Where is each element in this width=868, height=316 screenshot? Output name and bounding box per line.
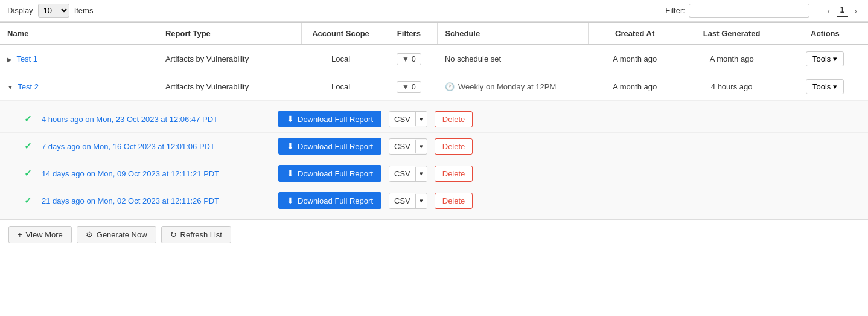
download-label: Download Full Report: [298, 169, 373, 178]
download-icon: ⬇: [287, 169, 294, 178]
delete-button[interactable]: Delete: [435, 193, 473, 209]
list-item: ✓ 21 days ago on Mon, 02 Oct 2023 at 12:…: [0, 187, 868, 214]
col-header-report-type: Report Type: [158, 22, 301, 45]
items-label: Items: [74, 6, 94, 15]
col-header-created-at: Created At: [588, 22, 681, 45]
check-icon: ✓: [24, 168, 32, 179]
generate-now-button[interactable]: ⚙ Generate Now: [77, 226, 156, 243]
expanded-content: ✓ 4 hours ago on Mon, 23 Oct 2023 at 12:…: [0, 101, 868, 219]
created-at-cell: A month ago: [588, 45, 681, 73]
delete-button[interactable]: Delete: [435, 166, 473, 182]
reports-table: Name Report Type Account Scope Filters S…: [0, 22, 868, 219]
format-select[interactable]: CSV ▾: [389, 166, 427, 182]
plus-icon: +: [18, 230, 22, 239]
last-generated-cell: A month ago: [681, 45, 782, 73]
pagination: ‹ 1 ›: [824, 5, 861, 17]
format-dropdown-arrow[interactable]: ▾: [415, 140, 427, 153]
refresh-list-label: Refresh List: [180, 230, 222, 239]
display-label: Display: [7, 6, 33, 15]
expand-toggle[interactable]: ▶: [7, 56, 12, 63]
refresh-list-button[interactable]: ↻ Refresh List: [161, 226, 231, 243]
account-scope-cell: Local: [301, 45, 380, 73]
expand-toggle[interactable]: ▼: [7, 84, 13, 91]
format-dropdown-arrow[interactable]: ▾: [415, 194, 427, 208]
download-full-report-button[interactable]: ⬇ Download Full Report: [278, 192, 381, 209]
format-select[interactable]: CSV ▾: [389, 193, 427, 209]
delete-button[interactable]: Delete: [435, 111, 473, 127]
download-full-report-button[interactable]: ⬇ Download Full Report: [278, 111, 381, 127]
top-bar: Display 10 25 50 100 Items Filter: ‹ 1 ›: [0, 0, 868, 22]
report-name-link[interactable]: Test 1: [16, 54, 37, 63]
tools-button[interactable]: Tools ▾: [806, 79, 844, 94]
pagination-next-button[interactable]: ›: [850, 5, 861, 17]
download-icon: ⬇: [287, 141, 294, 151]
clock-icon: 🕐: [445, 82, 455, 91]
format-label: CSV: [389, 139, 415, 154]
generate-now-label: Generate Now: [97, 230, 147, 239]
format-label: CSV: [389, 166, 415, 181]
filters-cell: ▼ 0: [380, 73, 438, 101]
download-label: Download Full Report: [298, 142, 373, 151]
table-row: ▼ Test 2 Artifacts by Vulnerability Loca…: [0, 73, 868, 101]
delete-button[interactable]: Delete: [435, 138, 473, 155]
table-header-row: Name Report Type Account Scope Filters S…: [0, 22, 868, 45]
account-scope-cell: Local: [301, 73, 380, 101]
download-icon: ⬇: [287, 114, 294, 124]
format-dropdown-arrow[interactable]: ▾: [415, 167, 427, 181]
caret-down-icon: ▾: [833, 82, 837, 91]
list-item: ✓ 7 days ago on Mon, 16 Oct 2023 at 12:0…: [0, 133, 868, 160]
download-full-report-button[interactable]: ⬇ Download Full Report: [278, 138, 381, 155]
col-header-name: Name: [0, 22, 158, 45]
col-header-account-scope: Account Scope: [301, 22, 380, 45]
check-icon: ✓: [24, 114, 32, 124]
pagination-prev-button[interactable]: ‹: [824, 5, 834, 17]
format-select[interactable]: CSV ▾: [389, 111, 427, 127]
instance-date[interactable]: 14 days ago on Mon, 09 Oct 2023 at 12:11…: [42, 169, 271, 178]
check-icon: ✓: [24, 141, 32, 152]
download-label: Download Full Report: [298, 115, 373, 124]
view-more-label: View More: [26, 230, 63, 239]
last-generated-cell: 4 hours ago: [681, 73, 782, 101]
tools-label: Tools: [812, 54, 831, 63]
report-type-cell: Artifacts by Vulnerability: [158, 73, 301, 101]
download-label: Download Full Report: [298, 196, 373, 205]
download-full-report-button[interactable]: ⬇ Download Full Report: [278, 165, 381, 182]
format-label: CSV: [389, 193, 415, 208]
filters-cell: ▼ 0: [380, 45, 438, 73]
instance-date[interactable]: 4 hours ago on Mon, 23 Oct 2023 at 12:06…: [42, 115, 271, 124]
display-select[interactable]: 10 25 50 100: [38, 4, 69, 18]
instance-date[interactable]: 21 days ago on Mon, 02 Oct 2023 at 12:11…: [42, 196, 271, 205]
view-more-button[interactable]: + View More: [8, 226, 72, 243]
filter-icon: ▼: [402, 83, 409, 91]
report-name-link[interactable]: Test 2: [18, 82, 39, 91]
filter-count: 0: [412, 83, 416, 91]
gear-icon: ⚙: [86, 230, 93, 239]
filter-count: 0: [412, 55, 416, 63]
filter-badge[interactable]: ▼ 0: [397, 53, 421, 65]
tools-label: Tools: [812, 82, 831, 91]
schedule-cell: 🕐Weekly on Monday at 12PM: [438, 73, 589, 101]
filter-input[interactable]: [689, 4, 809, 18]
filter-icon: ▼: [402, 55, 409, 63]
filter-section: Filter:: [665, 4, 809, 18]
tools-button[interactable]: Tools ▾: [806, 51, 844, 66]
refresh-icon: ↻: [170, 230, 177, 239]
actions-cell: Tools ▾: [782, 45, 868, 73]
instance-date[interactable]: 7 days ago on Mon, 16 Oct 2023 at 12:01:…: [42, 142, 271, 151]
col-header-schedule: Schedule: [438, 22, 589, 45]
list-item: ✓ 4 hours ago on Mon, 23 Oct 2023 at 12:…: [0, 106, 868, 133]
format-dropdown-arrow[interactable]: ▾: [415, 112, 427, 126]
report-type-cell: Artifacts by Vulnerability: [158, 45, 301, 73]
actions-cell: Tools ▾: [782, 73, 868, 101]
format-select[interactable]: CSV ▾: [389, 138, 427, 155]
filter-badge[interactable]: ▼ 0: [397, 81, 421, 93]
current-page: 1: [837, 5, 849, 17]
bottom-bar: + View More ⚙ Generate Now ↻ Refresh Lis…: [0, 219, 868, 250]
table-row: ▶ Test 1 Artifacts by Vulnerability Loca…: [0, 45, 868, 73]
schedule-text: Weekly on Monday at 12PM: [458, 82, 556, 91]
expanded-content-cell: ✓ 4 hours ago on Mon, 23 Oct 2023 at 12:…: [0, 101, 868, 219]
schedule-text: No schedule set: [445, 54, 501, 63]
expanded-row: ✓ 4 hours ago on Mon, 23 Oct 2023 at 12:…: [0, 101, 868, 219]
col-header-filters: Filters: [380, 22, 438, 45]
filter-label: Filter:: [665, 6, 685, 15]
